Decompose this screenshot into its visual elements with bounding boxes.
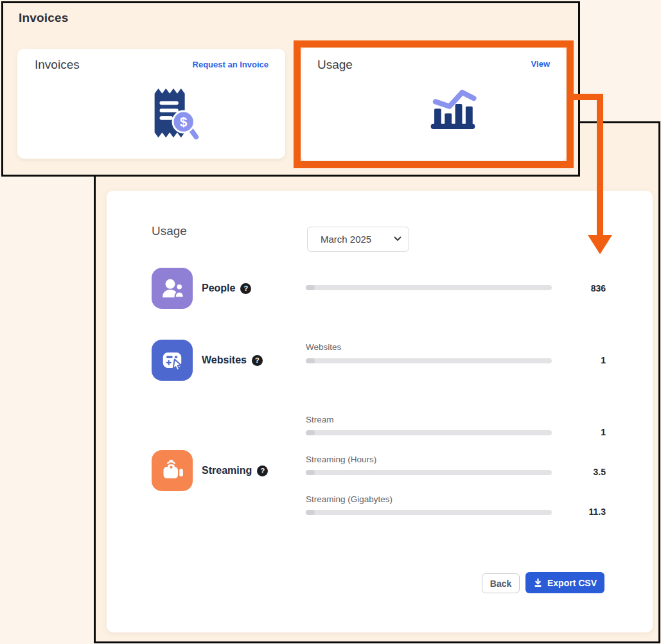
people-row-label: People — [202, 283, 235, 294]
usage-detail-card: Usage March 2025 People ? 836 — [107, 191, 653, 632]
websites-metric-name: Websites — [306, 342, 341, 352]
highlight-box: Usage View — [294, 40, 574, 168]
streaming-row-label: Streaming — [202, 465, 252, 476]
stream-usage-value: 1 — [554, 427, 606, 437]
websites-row-label: Websites — [202, 354, 247, 366]
websites-row-label-wrap: Websites ? — [202, 340, 298, 381]
streaming-gb-usage-bar — [306, 510, 552, 515]
usage-card-title: Usage — [317, 58, 353, 72]
receipt-search-icon: $ — [148, 82, 200, 145]
streaming-hours-usage-bar — [306, 470, 552, 475]
streaming-gb-usage-value: 11.3 — [554, 507, 606, 517]
usage-detail-title: Usage — [152, 224, 187, 238]
usage-detail-panel: Usage March 2025 People ? 836 — [94, 121, 660, 643]
websites-usage-bar — [306, 358, 552, 363]
month-selector[interactable]: March 2025 — [307, 227, 409, 252]
month-selector-wrap: March 2025 — [307, 227, 409, 252]
download-icon — [533, 578, 543, 587]
websites-usage-value: 1 — [554, 355, 606, 365]
view-link[interactable]: View — [531, 59, 550, 69]
people-help-icon[interactable]: ? — [240, 283, 251, 294]
streaming-hours-usage-value: 3.5 — [554, 467, 606, 477]
streaming-gb-metric-name: Streaming (Gigabytes) — [306, 494, 392, 504]
websites-help-icon[interactable]: ? — [252, 355, 263, 366]
page-title: Invoices — [19, 11, 69, 25]
streaming-row-label-wrap: Streaming ? — [202, 450, 298, 491]
svg-text:$: $ — [180, 114, 188, 129]
invoices-card: Invoices Request an Invoice $ — [17, 49, 285, 159]
people-row-label-wrap: People ? — [202, 268, 298, 309]
stream-usage-bar — [306, 430, 552, 435]
people-usage-bar — [306, 285, 552, 290]
usage-card: Usage View — [301, 48, 566, 161]
people-icon — [152, 268, 193, 309]
streaming-help-icon[interactable]: ? — [257, 466, 268, 476]
invoices-card-title: Invoices — [35, 58, 80, 72]
export-csv-button[interactable]: Export CSV — [525, 572, 604, 593]
request-invoice-link[interactable]: Request an Invoice — [193, 60, 269, 69]
back-button[interactable]: Back — [482, 573, 520, 593]
video-camera-icon — [152, 450, 193, 491]
annotation-arrow-vertical — [597, 94, 603, 236]
people-usage-value: 836 — [554, 283, 606, 293]
website-browser-icon — [152, 340, 193, 381]
invoices-overview-panel: Invoices Invoices Request an Invoice $ U… — [1, 1, 580, 177]
streaming-hours-metric-name: Streaming (Hours) — [306, 455, 376, 464]
stream-metric-name: Stream — [306, 415, 334, 424]
export-csv-label: Export CSV — [547, 578, 597, 588]
bar-chart-icon — [428, 84, 477, 134]
annotation-arrow-head — [588, 235, 612, 254]
